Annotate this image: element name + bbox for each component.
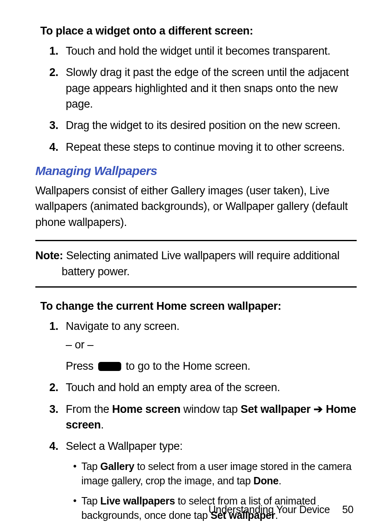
bullet-item: Tap Gallery to select from a user image … — [74, 459, 357, 488]
list-item: From the Home screen window tap Set wall… — [66, 401, 357, 433]
section-heading: Managing Wallpapers — [35, 164, 357, 178]
list-item: Repeat these steps to continue moving it… — [66, 139, 357, 155]
arrow-icon: ➔ — [311, 403, 326, 415]
step1-or: – or – — [66, 337, 357, 352]
step3-tail: . — [101, 419, 104, 431]
step3-bold1: Home screen — [112, 403, 180, 415]
page-number: 50 — [342, 504, 353, 515]
page-footer: Understanding Your Device50 — [208, 504, 353, 516]
note-box: Note: Selecting animated Live wallpapers… — [35, 240, 357, 288]
procedure-heading-2: To change the current Home screen wallpa… — [40, 299, 357, 313]
step3-lead: From the — [66, 403, 112, 415]
list-item: Navigate to any screen. – or – Press to … — [66, 318, 357, 374]
note-text: Note: Selecting animated Live wallpapers… — [35, 248, 357, 280]
list-item: Touch and hold the widget until it becom… — [66, 43, 357, 59]
note-body: Selecting animated Live wallpapers will … — [62, 249, 339, 278]
home-key-icon — [98, 362, 121, 371]
list-item: Slowly drag it past the edge of the scre… — [66, 64, 357, 112]
step3-bold2: Set wallpaper — [241, 403, 311, 415]
step3-mid: window tap — [180, 403, 240, 415]
press-tail: to go to the Home screen. — [123, 360, 250, 372]
procedure-steps-2: Navigate to any screen. – or – Press to … — [35, 318, 357, 522]
press-lead: Press — [66, 360, 97, 372]
step1-press: Press to go to the Home screen. — [66, 358, 357, 374]
step4-lead: Select a Wallpaper type: — [66, 438, 357, 454]
step1-line1: Navigate to any screen. — [66, 318, 357, 334]
document-page: To place a widget onto a different scree… — [0, 0, 392, 532]
chapter-title: Understanding Your Device — [208, 504, 330, 515]
procedure-heading-1: To place a widget onto a different scree… — [40, 24, 357, 38]
note-label: Note: — [35, 249, 63, 262]
procedure-steps-1: Touch and hold the widget until it becom… — [35, 43, 357, 155]
list-item: Touch and hold an empty area of the scre… — [66, 380, 357, 395]
list-item: Drag the widget to its desired position … — [66, 117, 357, 133]
intro-paragraph: Wallpapers consist of either Gallery ima… — [35, 183, 357, 230]
